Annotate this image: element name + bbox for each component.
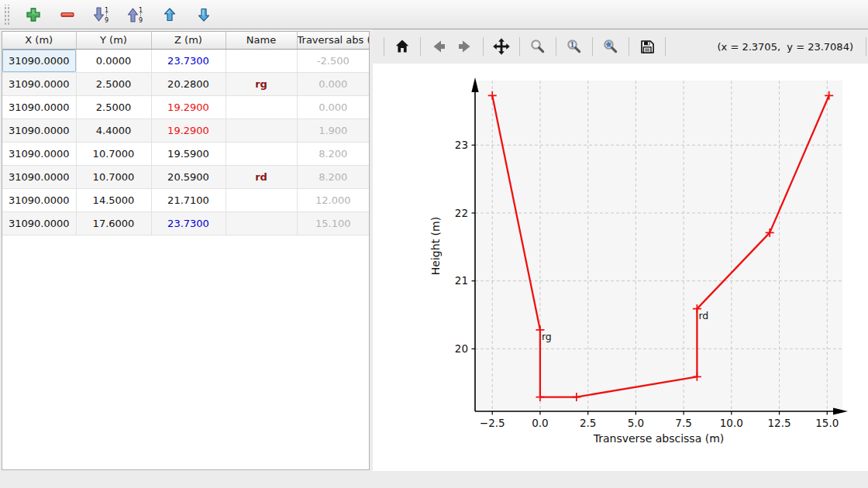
toolbar-separator [384, 37, 384, 56]
main-toolbar: 1 9 1 9 [0, 0, 868, 29]
cell-x[interactable]: 31090.0000 [2, 49, 76, 72]
cursor-coordinates-readout: (x = 2.3705, y = 23.7084) [718, 41, 862, 53]
add-row-button[interactable] [22, 3, 45, 26]
table-row: 31090.0000 17.6000 23.7300 15.100 [2, 211, 369, 235]
back-button[interactable] [427, 35, 450, 58]
cell-z[interactable]: 23.7300 [151, 211, 226, 235]
y-axis-label: Height (m) [429, 217, 442, 275]
cell-name[interactable] [226, 142, 297, 165]
pan-button[interactable] [490, 35, 513, 58]
cell-traversal-abs[interactable]: 8.200 [297, 165, 369, 188]
y-tick-label: 23 [455, 139, 468, 151]
remove-row-button[interactable] [56, 3, 79, 26]
point-annotation: rd [698, 310, 708, 321]
cell-name[interactable]: rd [226, 165, 297, 188]
cell-z[interactable]: 19.2900 [151, 95, 226, 119]
toolbar-separator [866, 37, 866, 56]
column-header-y[interactable]: Y (m) [76, 32, 151, 49]
toolbar-separator [556, 37, 556, 56]
move-row-down-button[interactable] [192, 3, 215, 26]
cell-x[interactable]: 31090.0000 [2, 72, 76, 95]
cell-traversal-abs[interactable]: -2.500 [297, 49, 369, 72]
cell-y[interactable]: 4.4000 [76, 119, 151, 142]
table-row: 31090.0000 10.7000 19.5900 8.200 [2, 142, 369, 165]
point-annotation: rg [542, 331, 552, 342]
points-table: X (m) Y (m) Z (m) Name Traversal abs (m)… [2, 32, 369, 235]
toolbar-separator [592, 37, 593, 56]
cell-traversal-abs[interactable]: 0.000 [297, 95, 369, 119]
table-row: 31090.0000 0.0000 23.7300 -2.500 [2, 49, 369, 72]
cell-x[interactable]: 31090.0000 [2, 211, 76, 235]
cell-z[interactable]: 20.5900 [151, 165, 226, 188]
column-header-z[interactable]: Z (m) [151, 32, 226, 49]
x-axis-label: Transverse abscissa (m) [593, 432, 725, 445]
x-tick-label: 15.0 [815, 417, 839, 429]
cell-y[interactable]: 0.0000 [76, 49, 151, 72]
x-tick-label: 5.0 [628, 417, 644, 429]
toolbar-separator [519, 37, 520, 56]
y-tick-label: 22 [455, 207, 468, 219]
back-arrow-icon [430, 38, 447, 55]
cell-traversal-abs[interactable]: 15.100 [297, 211, 369, 235]
cell-name[interactable] [226, 188, 297, 211]
cell-name[interactable] [226, 49, 297, 72]
cell-z[interactable]: 19.2900 [151, 119, 226, 142]
y-tick-label: 21 [455, 274, 468, 287]
cell-y[interactable]: 17.6000 [76, 211, 151, 235]
zoom-selection-button[interactable] [599, 35, 622, 58]
cell-x[interactable]: 31090.0000 [2, 95, 76, 119]
home-button[interactable] [391, 35, 414, 58]
column-header-name[interactable]: Name [226, 32, 297, 49]
cell-x[interactable]: 31090.0000 [2, 165, 76, 188]
profile-chart-canvas[interactable]: −2.50.02.55.07.510.012.515.020212223Tran… [373, 29, 868, 471]
save-button[interactable] [636, 35, 659, 58]
cell-traversal-abs[interactable]: 0.000 [297, 72, 369, 95]
cell-z[interactable]: 20.2800 [151, 72, 226, 95]
table-row: 31090.0000 10.7000 20.5900 rd 8.200 [2, 165, 369, 188]
zoom-selection-icon [602, 38, 619, 55]
x-tick-label: 12.5 [768, 417, 791, 429]
cell-y[interactable]: 2.5000 [76, 72, 151, 95]
zoom-one-to-one-button[interactable]: 1 [563, 35, 586, 58]
move-row-up-button[interactable] [158, 3, 181, 26]
cell-y[interactable]: 2.5000 [76, 95, 151, 119]
cell-y[interactable]: 10.7000 [76, 165, 151, 188]
cell-traversal-abs[interactable]: 1.900 [297, 119, 369, 142]
toolbar-separator [483, 37, 484, 56]
cell-y[interactable]: 10.7000 [76, 142, 151, 165]
cell-y[interactable]: 14.5000 [76, 188, 151, 211]
svg-text:9: 9 [139, 16, 143, 23]
axes-background[interactable] [475, 81, 842, 411]
cell-name[interactable] [226, 119, 297, 142]
cell-traversal-abs[interactable]: 12.000 [297, 188, 369, 211]
cell-x[interactable]: 31090.0000 [2, 119, 76, 142]
x-tick-label: 7.5 [675, 417, 691, 429]
sort-descending-button[interactable]: 1 9 [90, 3, 113, 26]
table-header-row: X (m) Y (m) Z (m) Name Traversal abs (m) [2, 32, 369, 49]
toolbar-drag-handle[interactable] [3, 5, 9, 25]
pan-icon [492, 37, 511, 56]
cell-name[interactable]: rg [226, 72, 297, 95]
profile-plot-panel: −2.50.02.55.07.510.012.515.020212223Tran… [373, 29, 868, 471]
toolbar-separator [629, 37, 629, 56]
toolbar-separator [665, 37, 666, 56]
cell-name[interactable] [226, 95, 297, 119]
points-table-panel: X (m) Y (m) Z (m) Name Traversal abs (m)… [2, 31, 370, 470]
forward-button[interactable] [453, 35, 477, 58]
cell-x[interactable]: 31090.0000 [2, 188, 76, 211]
cell-z[interactable]: 19.5900 [151, 142, 226, 165]
svg-text:1: 1 [105, 6, 108, 13]
move-row-up-icon [161, 6, 178, 23]
cell-z[interactable]: 23.7300 [151, 49, 226, 72]
sort-descending-1-9-icon: 1 9 [92, 5, 111, 24]
svg-text:1: 1 [139, 6, 143, 13]
column-header-x[interactable]: X (m) [2, 32, 76, 49]
cell-x[interactable]: 31090.0000 [2, 142, 76, 165]
cell-traversal-abs[interactable]: 8.200 [297, 142, 369, 165]
zoom-button[interactable] [526, 35, 549, 58]
column-header-traversal-abs[interactable]: Traversal abs (m) [297, 32, 369, 49]
cell-z[interactable]: 21.7100 [151, 188, 226, 211]
cell-name[interactable] [226, 211, 297, 235]
sort-ascending-button[interactable]: 1 9 [124, 3, 147, 26]
forward-arrow-icon [456, 38, 474, 55]
